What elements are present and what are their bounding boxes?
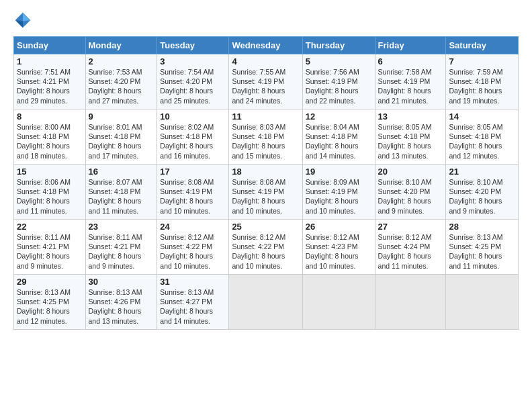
day-number: 12 (306, 111, 372, 122)
day-info: Sunrise: 8:13 AMSunset: 4:26 PMDaylight:… (89, 287, 154, 326)
day-info: Sunrise: 7:54 AMSunset: 4:20 PMDaylight:… (160, 67, 226, 105)
day-number: 28 (449, 222, 515, 232)
day-info: Sunrise: 8:11 AMSunset: 4:21 PMDaylight:… (17, 232, 83, 271)
calendar-cell: 26Sunrise: 8:12 AMSunset: 4:23 PMDayligh… (302, 220, 375, 275)
day-info: Sunrise: 8:02 AMSunset: 4:18 PMDaylight:… (160, 122, 226, 161)
day-info: Sunrise: 8:06 AMSunset: 4:18 PMDaylight:… (17, 177, 83, 216)
calendar-cell: 4Sunrise: 7:55 AMSunset: 4:19 PMDaylight… (229, 54, 302, 109)
day-number: 20 (378, 167, 443, 177)
calendar-week-2: 8Sunrise: 8:00 AMSunset: 4:18 PMDaylight… (14, 109, 519, 165)
day-info: Sunrise: 8:10 AMSunset: 4:20 PMDaylight:… (378, 177, 443, 216)
calendar-cell: 12Sunrise: 8:04 AMSunset: 4:18 PMDayligh… (302, 109, 375, 165)
day-number: 21 (449, 167, 515, 177)
calendar-cell: 18Sunrise: 8:08 AMSunset: 4:19 PMDayligh… (229, 165, 302, 220)
day-number: 5 (306, 56, 372, 66)
day-number: 23 (89, 222, 154, 232)
day-number: 8 (17, 111, 83, 122)
day-number: 16 (89, 167, 154, 177)
day-number: 30 (89, 277, 154, 287)
calendar-header-thursday: Thursday (302, 37, 375, 54)
calendar-cell: 16Sunrise: 8:07 AMSunset: 4:18 PMDayligh… (85, 165, 157, 220)
page: SundayMondayTuesdayWednesdayThursdayFrid… (0, 0, 532, 411)
day-number: 14 (449, 111, 515, 122)
calendar-cell: 23Sunrise: 8:11 AMSunset: 4:21 PMDayligh… (85, 220, 157, 275)
calendar-week-3: 15Sunrise: 8:06 AMSunset: 4:18 PMDayligh… (14, 165, 519, 220)
calendar-cell: 17Sunrise: 8:08 AMSunset: 4:19 PMDayligh… (157, 165, 229, 220)
calendar-cell: 27Sunrise: 8:12 AMSunset: 4:24 PMDayligh… (375, 220, 446, 275)
calendar-cell: 1Sunrise: 7:51 AMSunset: 4:21 PMDaylight… (14, 54, 86, 109)
day-number: 17 (160, 167, 226, 177)
calendar-cell: 15Sunrise: 8:06 AMSunset: 4:18 PMDayligh… (14, 165, 86, 220)
day-info: Sunrise: 7:59 AMSunset: 4:18 PMDaylight:… (449, 67, 515, 105)
day-info: Sunrise: 8:13 AMSunset: 4:25 PMDaylight:… (449, 232, 515, 271)
calendar-cell (375, 275, 446, 330)
day-number: 25 (232, 222, 299, 232)
calendar-cell: 29Sunrise: 8:13 AMSunset: 4:25 PMDayligh… (14, 275, 86, 330)
calendar-header-saturday: Saturday (446, 37, 519, 54)
calendar-table: SundayMondayTuesdayWednesdayThursdayFrid… (13, 36, 519, 330)
day-info: Sunrise: 8:07 AMSunset: 4:18 PMDaylight:… (89, 177, 154, 216)
day-number: 1 (17, 56, 83, 66)
day-info: Sunrise: 8:10 AMSunset: 4:20 PMDaylight:… (449, 177, 515, 216)
calendar-week-5: 29Sunrise: 8:13 AMSunset: 4:25 PMDayligh… (14, 275, 519, 330)
day-info: Sunrise: 8:08 AMSunset: 4:19 PMDaylight:… (232, 177, 299, 216)
calendar-cell: 2Sunrise: 7:53 AMSunset: 4:20 PMDaylight… (85, 54, 157, 109)
calendar-cell: 13Sunrise: 8:05 AMSunset: 4:18 PMDayligh… (375, 109, 446, 165)
calendar-cell: 28Sunrise: 8:13 AMSunset: 4:25 PMDayligh… (446, 220, 519, 275)
calendar-cell: 3Sunrise: 7:54 AMSunset: 4:20 PMDaylight… (157, 54, 229, 109)
day-number: 7 (449, 56, 515, 66)
day-info: Sunrise: 8:12 AMSunset: 4:24 PMDaylight:… (378, 232, 443, 271)
calendar-cell: 7Sunrise: 7:59 AMSunset: 4:18 PMDaylight… (446, 54, 519, 109)
day-info: Sunrise: 8:13 AMSunset: 4:27 PMDaylight:… (160, 287, 226, 326)
calendar-cell: 5Sunrise: 7:56 AMSunset: 4:19 PMDaylight… (302, 54, 375, 109)
day-info: Sunrise: 7:55 AMSunset: 4:19 PMDaylight:… (232, 67, 299, 105)
day-number: 9 (89, 111, 154, 122)
day-number: 6 (378, 56, 443, 66)
calendar-cell: 22Sunrise: 8:11 AMSunset: 4:21 PMDayligh… (14, 220, 86, 275)
day-info: Sunrise: 8:04 AMSunset: 4:18 PMDaylight:… (306, 122, 372, 161)
day-info: Sunrise: 7:58 AMSunset: 4:19 PMDaylight:… (378, 67, 443, 105)
day-info: Sunrise: 8:01 AMSunset: 4:18 PMDaylight:… (89, 122, 154, 161)
calendar-header-row: SundayMondayTuesdayWednesdayThursdayFrid… (14, 37, 519, 54)
svg-marker-1 (23, 13, 30, 21)
day-info: Sunrise: 8:00 AMSunset: 4:18 PMDaylight:… (17, 122, 83, 161)
day-info: Sunrise: 8:08 AMSunset: 4:19 PMDaylight:… (160, 177, 226, 216)
day-number: 31 (160, 277, 226, 287)
calendar-cell: 10Sunrise: 8:02 AMSunset: 4:18 PMDayligh… (157, 109, 229, 165)
day-number: 13 (378, 111, 443, 122)
calendar-week-4: 22Sunrise: 8:11 AMSunset: 4:21 PMDayligh… (14, 220, 519, 275)
day-number: 3 (160, 56, 226, 66)
day-number: 29 (17, 277, 83, 287)
day-number: 15 (17, 167, 83, 177)
calendar-cell: 11Sunrise: 8:03 AMSunset: 4:18 PMDayligh… (229, 109, 302, 165)
day-info: Sunrise: 8:13 AMSunset: 4:25 PMDaylight:… (17, 287, 83, 326)
calendar-cell: 25Sunrise: 8:12 AMSunset: 4:22 PMDayligh… (229, 220, 302, 275)
day-info: Sunrise: 8:05 AMSunset: 4:18 PMDaylight:… (449, 122, 515, 161)
calendar-cell: 6Sunrise: 7:58 AMSunset: 4:19 PMDaylight… (375, 54, 446, 109)
day-number: 10 (160, 111, 226, 122)
day-number: 18 (232, 167, 299, 177)
day-info: Sunrise: 8:12 AMSunset: 4:22 PMDaylight:… (160, 232, 226, 271)
day-info: Sunrise: 8:12 AMSunset: 4:22 PMDaylight:… (232, 232, 299, 271)
calendar-cell (302, 275, 375, 330)
calendar-header-sunday: Sunday (14, 37, 86, 54)
calendar-cell: 31Sunrise: 8:13 AMSunset: 4:27 PMDayligh… (157, 275, 229, 330)
day-number: 2 (89, 56, 154, 66)
header (13, 11, 519, 30)
day-info: Sunrise: 8:05 AMSunset: 4:18 PMDaylight:… (378, 122, 443, 161)
calendar-cell (446, 275, 519, 330)
day-info: Sunrise: 8:12 AMSunset: 4:23 PMDaylight:… (306, 232, 372, 271)
logo (13, 11, 35, 30)
day-info: Sunrise: 8:03 AMSunset: 4:18 PMDaylight:… (232, 122, 299, 161)
day-info: Sunrise: 7:56 AMSunset: 4:19 PMDaylight:… (306, 67, 372, 105)
day-info: Sunrise: 8:11 AMSunset: 4:21 PMDaylight:… (89, 232, 154, 271)
day-number: 4 (232, 56, 299, 66)
calendar-week-1: 1Sunrise: 7:51 AMSunset: 4:21 PMDaylight… (14, 54, 519, 109)
calendar-header-friday: Friday (375, 37, 446, 54)
calendar-cell: 9Sunrise: 8:01 AMSunset: 4:18 PMDaylight… (85, 109, 157, 165)
day-number: 19 (306, 167, 372, 177)
calendar-header-monday: Monday (85, 37, 157, 54)
day-number: 26 (306, 222, 372, 232)
svg-marker-2 (15, 20, 23, 28)
day-number: 27 (378, 222, 443, 232)
